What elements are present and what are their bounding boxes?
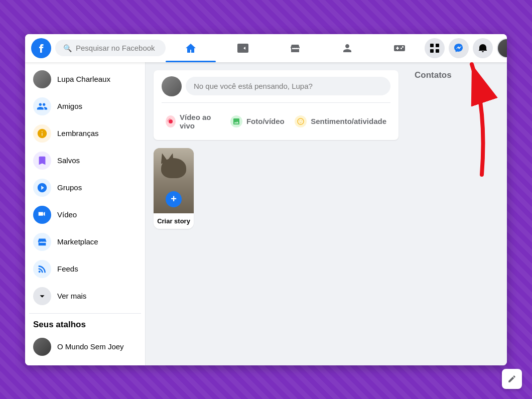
- search-bar[interactable]: 🔍: [55, 40, 166, 56]
- create-post-box: Vídeo ao vivo Foto/vídeo S: [154, 70, 398, 140]
- sidebar-user-name: Lupa Charleaux: [57, 75, 110, 83]
- sidebar-item-groups[interactable]: Grupos: [29, 175, 141, 201]
- navbar: 🔍: [25, 34, 507, 62]
- facebook-logo[interactable]: [31, 38, 51, 58]
- sidebar-item-more[interactable]: Ver mais: [29, 283, 141, 309]
- sidebar-divider: [29, 313, 141, 314]
- sidebar-feeds-label: Feeds: [57, 264, 78, 273]
- photo-video-button[interactable]: Foto/vídeo: [226, 109, 289, 134]
- contacts-title: Contatos: [415, 70, 499, 80]
- story-image: +: [154, 148, 194, 213]
- sidebar-more-label: Ver mais: [57, 292, 86, 300]
- feeling-icon: [295, 115, 307, 127]
- sidebar-shortcut-mundo-sem-joey[interactable]: O Mundo Sem Joey: [29, 334, 141, 360]
- sidebar: Lupa Charleaux Amigos: [25, 62, 146, 365]
- shortcuts-title: Seus atalhos: [29, 318, 141, 334]
- sidebar-item-saved[interactable]: Salvos: [29, 148, 141, 174]
- sidebar-memories-label: Lembranças: [57, 129, 99, 138]
- right-panel: Contatos: [407, 62, 507, 365]
- story-create-plus[interactable]: +: [166, 191, 182, 207]
- main-content: Lupa Charleaux Amigos: [25, 62, 507, 365]
- photo-video-icon: [230, 115, 242, 127]
- tab-home[interactable]: [166, 36, 216, 60]
- video-icon: [33, 206, 51, 224]
- messenger-button[interactable]: [449, 38, 469, 58]
- sidebar-item-memories[interactable]: Lembranças: [29, 120, 141, 147]
- svg-rect-0: [430, 44, 434, 47]
- notifications-button[interactable]: [473, 38, 493, 58]
- feed: Vídeo ao vivo Foto/vídeo S: [146, 62, 407, 365]
- sidebar-saved-label: Salvos: [57, 156, 80, 165]
- search-icon: 🔍: [63, 44, 72, 52]
- svg-rect-3: [436, 49, 439, 53]
- nav-left: 🔍: [31, 38, 166, 58]
- sidebar-item-marketplace[interactable]: Marketplace: [29, 229, 141, 255]
- tab-video[interactable]: [218, 36, 268, 60]
- live-video-label: Vídeo ao vivo: [180, 113, 220, 130]
- sidebar-item-feeds[interactable]: Feeds: [29, 256, 141, 282]
- sidebar-groups-label: Grupos: [57, 183, 82, 192]
- search-input[interactable]: [76, 44, 156, 52]
- svg-rect-2: [430, 49, 434, 53]
- sidebar-marketplace-label: Marketplace: [57, 237, 98, 246]
- sidebar-footer: Privacidade · Termos · Publicidade · Esc…: [29, 364, 141, 365]
- nav-center: [166, 36, 425, 60]
- svg-rect-1: [436, 44, 439, 47]
- sidebar-item-friends[interactable]: Amigos: [29, 93, 141, 119]
- feeds-icon: [33, 260, 51, 278]
- grid-button[interactable]: [425, 38, 445, 58]
- svg-point-4: [169, 119, 173, 123]
- tab-people[interactable]: [322, 36, 372, 60]
- profile-avatar-button[interactable]: [497, 38, 507, 58]
- live-video-icon: [166, 115, 176, 127]
- shortcut-avatar: [33, 338, 51, 356]
- create-post-actions: Vídeo ao vivo Foto/vídeo S: [162, 102, 390, 134]
- create-post-top: [162, 76, 390, 96]
- saved-icon: [33, 152, 51, 170]
- create-post-input[interactable]: [186, 77, 390, 95]
- memories-icon: [33, 124, 51, 143]
- create-story-card[interactable]: + Criar story: [154, 148, 194, 229]
- groups-icon: [33, 179, 51, 197]
- sidebar-user-avatar: [33, 70, 51, 88]
- feeling-button[interactable]: Sentimento/atividade: [291, 109, 390, 134]
- post-user-avatar: [162, 76, 182, 96]
- shortcut-label: O Mundo Sem Joey: [57, 342, 124, 351]
- friends-icon: [33, 97, 51, 115]
- feeling-label: Sentimento/atividade: [311, 117, 386, 125]
- story-label: Criar story: [154, 213, 194, 229]
- stories-section: + Criar story: [154, 148, 398, 229]
- edit-button[interactable]: [502, 369, 522, 389]
- photo-video-label: Foto/vídeo: [246, 117, 285, 125]
- live-video-button[interactable]: Vídeo ao vivo: [162, 109, 224, 134]
- sidebar-item-video[interactable]: Vídeo: [29, 202, 141, 228]
- sidebar-item-profile[interactable]: Lupa Charleaux: [29, 66, 141, 92]
- marketplace-icon: [33, 233, 51, 251]
- more-icon: [33, 287, 51, 305]
- nav-right: [425, 38, 507, 58]
- sidebar-friends-label: Amigos: [57, 102, 82, 110]
- tab-marketplace[interactable]: [270, 36, 320, 60]
- tab-gaming[interactable]: [374, 36, 425, 60]
- sidebar-video-label: Vídeo: [57, 210, 77, 219]
